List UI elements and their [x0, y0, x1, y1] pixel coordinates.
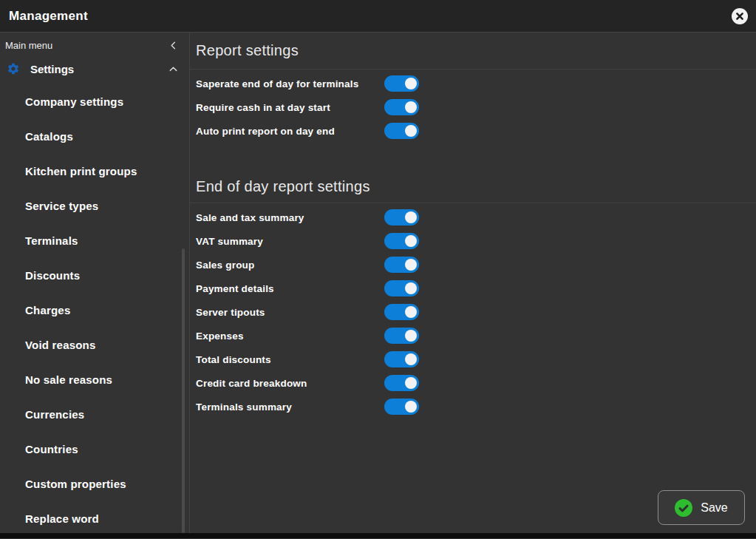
setting-row: Server tipouts — [190, 300, 756, 324]
sidebar-item[interactable]: Service types — [0, 189, 189, 223]
setting-row: Credit card breakdown — [190, 371, 756, 395]
section-report-settings: Report settings Saperate end of day for … — [190, 33, 756, 143]
setting-row: Saperate end of day for terminals — [190, 72, 756, 95]
chevron-up-icon — [168, 64, 178, 74]
sidebar-scrollbar[interactable] — [182, 248, 185, 533]
toggle-knob — [405, 259, 417, 271]
toggle-knob — [405, 306, 417, 318]
save-button-label: Save — [701, 501, 727, 515]
toggle-switch[interactable] — [384, 123, 419, 139]
sidebar: Main menu Settings Company settings Cata… — [0, 33, 190, 533]
setting-row: Payment details — [190, 277, 756, 300]
sidebar-item[interactable]: No sale reasons — [0, 362, 189, 397]
sidebar-item-label: Charges — [25, 304, 70, 316]
sidebar-header: Main menu — [0, 33, 189, 58]
sidebar-item[interactable]: Charges — [0, 293, 189, 328]
toggle-knob — [405, 353, 417, 365]
toggle-switch[interactable] — [384, 257, 419, 273]
toggle-switch[interactable] — [384, 304, 419, 320]
setting-label: Require cash in at day start — [196, 102, 384, 113]
sidebar-group-settings[interactable]: Settings — [0, 58, 189, 80]
save-button[interactable]: Save — [658, 490, 745, 525]
sidebar-group-label: Settings — [30, 63, 168, 75]
toggle-knob — [405, 282, 417, 294]
setting-row: Sale and tax summary — [190, 206, 756, 229]
setting-row: Require cash in at day start — [190, 95, 756, 119]
sidebar-item-label: Discounts — [25, 269, 80, 282]
toggle-switch[interactable] — [384, 233, 419, 249]
setting-row: Sales group — [190, 253, 756, 277]
page-title: Management — [0, 9, 88, 24]
close-icon — [732, 8, 748, 24]
setting-label: Auto print report on day end — [196, 126, 384, 137]
toggle-switch[interactable] — [384, 399, 419, 415]
toggle-switch[interactable] — [384, 280, 419, 296]
save-check-icon — [675, 499, 692, 517]
toggle-switch[interactable] — [384, 75, 419, 92]
sidebar-item-label: Kitchen print groups — [25, 165, 137, 177]
section-end-of-day-report-settings: End of day report settings Sale and tax … — [190, 170, 756, 418]
title-bar: Management — [0, 0, 756, 33]
sidebar-item[interactable]: Void reasons — [0, 328, 189, 362]
setting-label: Server tipouts — [196, 307, 384, 318]
sidebar-item-label: No sale reasons — [25, 373, 112, 386]
setting-label: Payment details — [196, 283, 384, 294]
toggle-switch[interactable] — [384, 351, 419, 367]
section-rows: Sale and tax summary VAT summary Sales g… — [190, 203, 756, 418]
section-rows: Saperate end of day for terminals Requir… — [190, 70, 756, 143]
sidebar-item[interactable]: Terminals — [0, 223, 189, 258]
sidebar-item-label: Company settings — [25, 95, 123, 108]
sidebar-item[interactable]: Currencies — [0, 397, 189, 432]
setting-label: Credit card breakdown — [196, 378, 384, 389]
gear-icon — [7, 62, 20, 75]
setting-label: Total discounts — [196, 354, 384, 365]
setting-row: Terminals summary — [190, 395, 756, 418]
sidebar-item-label: Custom properties — [25, 478, 126, 490]
sidebar-item[interactable]: Catalogs — [0, 119, 189, 154]
toggle-knob — [405, 377, 417, 389]
sidebar-item[interactable]: Kitchen print groups — [0, 154, 189, 189]
toggle-knob — [405, 235, 417, 247]
toggle-knob — [405, 401, 417, 413]
main-menu-label: Main menu — [5, 40, 52, 51]
sidebar-nav: Company settings Catalogs Kitchen print … — [0, 84, 189, 533]
sidebar-item[interactable]: Discounts — [0, 258, 189, 293]
sidebar-item-label: Terminals — [25, 234, 78, 247]
sidebar-item[interactable]: Countries — [0, 432, 189, 467]
toggle-switch[interactable] — [384, 375, 419, 391]
toggle-knob — [405, 78, 417, 89]
toggle-switch[interactable] — [384, 328, 419, 344]
setting-label: Terminals summary — [196, 401, 384, 413]
bottom-scroll-strip[interactable] — [0, 533, 756, 538]
toggle-knob — [405, 330, 417, 342]
sidebar-item-label: Replace word — [25, 512, 99, 525]
setting-label: Saperate end of day for terminals — [196, 78, 384, 89]
sidebar-item-label: Countries — [25, 443, 78, 455]
toggle-switch[interactable] — [384, 99, 419, 115]
collapse-sidebar-icon[interactable] — [168, 41, 178, 50]
toggle-knob — [405, 211, 417, 223]
toggle-switch[interactable] — [384, 209, 419, 226]
setting-label: VAT summary — [196, 236, 384, 247]
sidebar-item[interactable]: Company settings — [0, 84, 189, 119]
setting-label: Sale and tax summary — [196, 212, 384, 223]
sidebar-item[interactable]: Replace word — [0, 501, 189, 533]
section-title: End of day report settings — [190, 170, 756, 203]
toggle-knob — [405, 101, 417, 113]
section-title: Report settings — [190, 33, 756, 70]
setting-label: Expenses — [196, 330, 384, 342]
setting-row: VAT summary — [190, 229, 756, 253]
sidebar-item[interactable]: Custom properties — [0, 467, 189, 501]
main-panel: Report settings Saperate end of day for … — [190, 33, 756, 533]
sidebar-item-label: Service types — [25, 200, 98, 212]
setting-row: Expenses — [190, 324, 756, 348]
close-button[interactable] — [732, 8, 748, 24]
sidebar-item-label: Catalogs — [25, 130, 73, 143]
toggle-knob — [405, 125, 417, 137]
sidebar-item-label: Currencies — [25, 408, 84, 421]
setting-row: Auto print report on day end — [190, 119, 756, 143]
setting-label: Sales group — [196, 260, 384, 271]
sidebar-item-label: Void reasons — [25, 339, 95, 351]
setting-row: Total discounts — [190, 348, 756, 371]
